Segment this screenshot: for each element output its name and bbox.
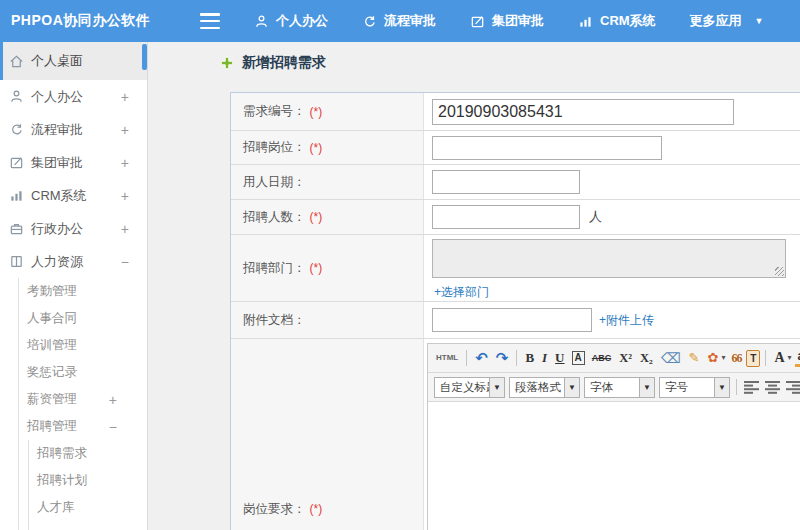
topnav-label: CRM系统 (600, 12, 656, 30)
superscript-icon[interactable]: X² (616, 348, 635, 368)
subscript-icon[interactable]: X₂ (637, 348, 656, 368)
sidebar-item-personal-desktop[interactable]: 个人桌面 (0, 42, 147, 80)
topnav-more-apps[interactable]: 更多应用 ▼ (690, 12, 764, 30)
expand-icon[interactable]: + (121, 89, 129, 105)
chevron-down-icon: ▼ (714, 378, 729, 397)
form-row-position: 招聘岗位： (*) (231, 131, 800, 165)
sidebar-submenu-hr: 考勤管理 人事合同 培训管理 奖惩记录 (0, 278, 147, 440)
sidebar-subitem[interactable]: 奖惩记录 (0, 359, 147, 386)
topnav-label: 集团审批 (492, 12, 544, 30)
format-brush-icon[interactable]: ✎ (686, 348, 703, 368)
required-marker: (*) (310, 105, 323, 119)
sidebar-item-label: 人力资源 (31, 253, 83, 271)
sidebar-subitem-label: 培训管理 (27, 337, 77, 354)
eraser-icon[interactable]: ⌫ (658, 348, 684, 368)
sidebar-item-personal-office[interactable]: 个人办公 + (0, 80, 147, 113)
expand-icon[interactable]: − (109, 419, 117, 435)
person-icon (254, 14, 269, 29)
highlight-icon[interactable]: ab (795, 349, 800, 367)
topbar: PHPOA协同办公软件 个人办公 流程审批 (0, 0, 800, 42)
expand-icon[interactable]: + (109, 392, 117, 408)
sidebar-item-admin-office[interactable]: 行政办公 + (0, 212, 147, 245)
align-right-icon[interactable] (786, 381, 800, 394)
sidebar-scrollbar-thumb[interactable] (142, 44, 147, 70)
top-navigation: 个人办公 流程审批 集团审批 (220, 12, 764, 30)
underline-icon[interactable]: U (552, 348, 567, 368)
font-size-select[interactable]: 字号 ▼ (659, 377, 730, 398)
custom-heading-select[interactable]: 自定义标题 ▼ (434, 377, 505, 398)
align-left-icon[interactable] (744, 381, 759, 394)
toolbar-separator (736, 379, 737, 395)
person-icon (8, 89, 24, 104)
bold-icon[interactable]: B (522, 348, 537, 368)
sidebar-item-label: CRM系统 (31, 187, 87, 205)
headcount-input[interactable] (432, 205, 580, 229)
sidebar-item-human-resources[interactable]: 人力资源 − (0, 245, 147, 278)
home-icon (8, 54, 24, 69)
font-family-select[interactable]: 字体 ▼ (584, 377, 655, 398)
menu-toggle-icon[interactable] (200, 13, 220, 29)
chevron-down-icon[interactable]: ▾ (720, 348, 726, 368)
sidebar-item-label: 个人办公 (31, 88, 83, 106)
book-icon (8, 254, 24, 269)
italic-icon[interactable]: I (539, 348, 550, 368)
sidebar-subitem[interactable]: 人才库 (0, 494, 147, 521)
toolbar-separator[interactable] (765, 350, 766, 366)
sidebar-subitem[interactable]: 招聘管理 − (0, 413, 147, 440)
topnav-crm-system[interactable]: CRM系统 (578, 12, 656, 30)
select-department-link[interactable]: +选择部门 (434, 284, 489, 301)
undo-icon[interactable]: ↶ (472, 348, 491, 368)
sidebar-subitem[interactable]: 薪资管理 + (0, 386, 147, 413)
sidebar-subitem[interactable]: 培训管理 (0, 332, 147, 359)
blockquote-icon[interactable]: 66 (728, 348, 744, 368)
required-marker: (*) (310, 210, 323, 224)
font-style-box-icon[interactable]: A (572, 351, 585, 365)
required-marker: (*) (310, 261, 323, 275)
app-window: PHPOA协同办公软件 个人办公 流程审批 (0, 0, 800, 530)
sidebar-subitem[interactable]: 招聘需求 (0, 440, 147, 467)
html-source-button[interactable]: HTML (433, 348, 461, 368)
plus-icon (220, 56, 234, 70)
req-no-input[interactable] (432, 99, 734, 125)
sidebar-item-workflow-approval[interactable]: 流程审批 + (0, 113, 147, 146)
expand-icon[interactable]: + (121, 155, 129, 171)
hire-date-input[interactable] (432, 170, 580, 194)
collapse-icon[interactable]: − (121, 254, 129, 270)
attachment-input[interactable] (432, 308, 592, 332)
upload-attachment-link[interactable]: +附件上传 (599, 312, 654, 329)
workflow-icon (362, 14, 377, 29)
redo-icon[interactable]: ↷ (493, 348, 512, 368)
topnav-personal-office[interactable]: 个人办公 (254, 12, 328, 30)
paragraph-format-select[interactable]: 段落格式 ▼ (509, 377, 580, 398)
topnav-workflow-approval[interactable]: 流程审批 (362, 12, 436, 30)
page-title-text: 新增招聘需求 (242, 54, 326, 72)
new-recruit-form: 需求编号： (*) 招聘岗位： (*) 用人日期： (230, 92, 800, 530)
field-label: 招聘部门： (*) (231, 235, 424, 301)
sidebar-subitem[interactable]: 考勤管理 (0, 278, 147, 305)
align-center-icon[interactable] (765, 381, 780, 394)
sidebar-item-label: 集团审批 (31, 154, 83, 172)
sidebar-item-crm-system[interactable]: CRM系统 + (0, 179, 147, 212)
sidebar-item-label: 个人桌面 (31, 52, 83, 70)
expand-icon[interactable]: + (121, 122, 129, 138)
sidebar-subitem[interactable]: 招聘计划 (0, 467, 147, 494)
sidebar-subitem-label: 招聘需求 (37, 445, 87, 462)
department-textarea[interactable] (432, 239, 786, 278)
strikethrough-icon[interactable]: ABC (589, 348, 615, 368)
topnav-group-approval[interactable]: 集团审批 (470, 12, 544, 30)
color-palette-icon[interactable]: ✿ (705, 348, 722, 368)
sidebar-subitem-label: 人才库 (37, 499, 75, 516)
position-input[interactable] (432, 136, 662, 160)
font-color-icon[interactable]: A (771, 348, 787, 368)
chevron-down-icon[interactable]: ▾ (787, 348, 793, 368)
expand-icon[interactable]: + (121, 188, 129, 204)
toolbar-separator[interactable] (516, 350, 517, 366)
sidebar-subitem[interactable]: 人事合同 (0, 305, 147, 332)
editor-content-area[interactable] (428, 402, 800, 530)
bar-chart-icon (578, 14, 593, 29)
expand-icon[interactable]: + (121, 221, 129, 237)
field-label: 招聘人数： (*) (231, 200, 424, 234)
sidebar-item-group-approval[interactable]: 集团审批 + (0, 146, 147, 179)
paste-text-icon[interactable]: T (746, 350, 760, 367)
toolbar-separator[interactable] (466, 350, 467, 366)
